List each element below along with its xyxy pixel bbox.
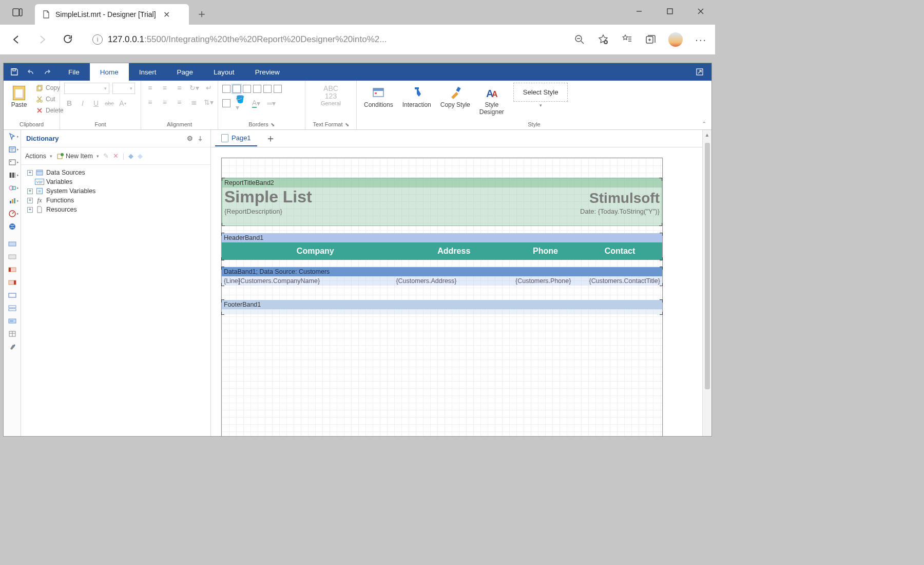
tree-data-sources[interactable]: +Data Sources xyxy=(25,168,206,177)
edit-button[interactable]: ✎ xyxy=(103,152,109,160)
dictionary-pin-icon[interactable] xyxy=(195,134,205,144)
header-band[interactable]: HeaderBand1 Company Address Phone Contac… xyxy=(222,233,662,260)
page-tab-page1[interactable]: Page1 xyxy=(215,131,257,146)
scroll-thumb[interactable] xyxy=(705,143,710,389)
browser-tab-active[interactable]: SimpleList.mrt - Designer [Trial] ✕ xyxy=(35,4,189,25)
underline-button[interactable]: U xyxy=(91,98,101,108)
border-left-button[interactable] xyxy=(243,85,251,93)
fill-color-button[interactable]: 🪣▾ xyxy=(236,98,246,108)
nav-forward-button[interactable] xyxy=(34,31,50,48)
italic-button[interactable]: I xyxy=(78,98,88,108)
ribbon-collapse-icon[interactable]: ⌃ xyxy=(702,121,706,127)
border-style-button[interactable]: ═▾ xyxy=(266,98,277,108)
ribbon-tab-file[interactable]: File xyxy=(58,63,90,81)
tool-shape[interactable]: ▸ xyxy=(6,182,18,194)
tool-text[interactable]: ▸ xyxy=(6,144,18,155)
font-color-button[interactable]: A▾ xyxy=(118,98,128,108)
tool-band-gray[interactable] xyxy=(6,251,18,262)
favorites-list-icon[interactable] xyxy=(621,34,632,45)
more-menu-button[interactable]: ··· xyxy=(695,34,707,46)
border-right-button[interactable] xyxy=(263,85,272,93)
col-phone-header[interactable]: Phone xyxy=(513,247,578,256)
align-bottom-button[interactable]: ≡ xyxy=(175,83,184,93)
rotate-button[interactable]: ↻▾ xyxy=(189,83,199,93)
tool-band-double[interactable] xyxy=(6,303,18,314)
select-style-button[interactable]: Select Style xyxy=(513,83,568,102)
report-description-token[interactable]: {ReportDescription} xyxy=(224,208,282,215)
save-icon[interactable] xyxy=(9,66,20,78)
scroll-up-icon[interactable]: ▲ xyxy=(705,130,710,140)
zoom-out-icon[interactable] xyxy=(574,34,585,45)
column-header-row[interactable]: Company Address Phone Contact xyxy=(222,242,662,260)
cell-phone[interactable]: {Customers.Phone} xyxy=(513,277,578,285)
cell-company[interactable]: {Customers.CompanyName} xyxy=(236,277,394,285)
text-format-button[interactable]: ABC123 General xyxy=(310,83,352,108)
vertical-scrollbar[interactable]: ▲ xyxy=(702,130,711,436)
tree-variables[interactable]: varVariables xyxy=(25,177,206,186)
tool-chart[interactable]: ▸ xyxy=(6,195,18,206)
bold-button[interactable]: B xyxy=(64,98,74,108)
tree-system-variables[interactable]: +≡System Variables xyxy=(25,186,206,196)
border-all-button[interactable] xyxy=(222,85,230,93)
lineheight-button[interactable]: ⇅▾ xyxy=(204,97,214,107)
tab-overview-button[interactable] xyxy=(10,5,25,20)
tool-properties[interactable] xyxy=(6,328,18,340)
strikethrough-button[interactable]: abc xyxy=(104,98,114,108)
collections-icon[interactable] xyxy=(645,34,656,45)
wordwrap-button[interactable]: ↵ xyxy=(204,83,214,93)
style-dropdown-caret[interactable]: ▾ xyxy=(540,103,542,108)
textformat-launcher-icon[interactable]: ⬊ xyxy=(345,122,349,127)
border-none-button[interactable] xyxy=(233,85,241,93)
tool-cursor[interactable]: ▸ xyxy=(6,131,18,142)
col-company-header[interactable]: Company xyxy=(236,247,395,256)
tool-barcode[interactable]: ▸ xyxy=(6,170,18,181)
window-maximize-button[interactable] xyxy=(660,3,680,20)
border-bottom-button[interactable] xyxy=(274,85,282,93)
tool-map[interactable] xyxy=(6,221,18,232)
shadow-button[interactable] xyxy=(222,99,230,107)
align-top-button[interactable]: ≡ xyxy=(145,83,155,93)
actions-menu[interactable]: Actions xyxy=(25,153,52,160)
conditions-button[interactable]: Conditions xyxy=(361,83,396,110)
tool-image[interactable]: ▸ xyxy=(6,157,18,168)
ribbon-tab-home[interactable]: Home xyxy=(90,63,129,81)
undo-icon[interactable] xyxy=(25,66,36,78)
cell-contact[interactable]: {Customers.ContactTitle} xyxy=(578,277,662,285)
paste-button[interactable]: Paste xyxy=(8,83,30,116)
move-up-button[interactable]: ◆ xyxy=(128,152,133,160)
report-page[interactable]: al ReportTitleBand2 Simple List Stimulso… xyxy=(221,158,663,436)
nav-back-button[interactable] xyxy=(8,31,25,48)
add-page-button[interactable]: ＋ xyxy=(260,131,281,145)
align-left-button[interactable]: ≡ xyxy=(145,97,155,107)
tool-band-red2[interactable] xyxy=(6,277,18,288)
cell-address[interactable]: {Customers.Address} xyxy=(394,277,513,285)
site-info-icon[interactable]: i xyxy=(92,34,103,45)
data-row[interactable]: {Line} {Customers.CompanyName} {Customer… xyxy=(222,276,662,286)
tool-band-outline[interactable] xyxy=(6,290,18,301)
tree-resources[interactable]: +Resources xyxy=(25,205,206,214)
border-top-button[interactable] xyxy=(253,85,261,93)
style-designer-button[interactable]: AAStyleDesigner xyxy=(476,83,507,118)
new-item-menu[interactable]: New Item xyxy=(56,153,99,160)
ribbon-tab-layout[interactable]: Layout xyxy=(203,63,245,81)
borders-launcher-icon[interactable]: ⬊ xyxy=(271,122,275,127)
window-close-button[interactable] xyxy=(690,3,711,20)
address-input[interactable]: i 127.0.0.1:5500/Integrating%20the%20Rep… xyxy=(85,31,559,48)
favorite-add-icon[interactable] xyxy=(598,34,609,45)
col-address-header[interactable]: Address xyxy=(395,247,513,256)
window-minimize-button[interactable] xyxy=(629,3,649,20)
report-title-band[interactable]: ReportTitleBand2 Simple List Stimulsoft … xyxy=(222,178,662,226)
redo-icon[interactable] xyxy=(42,66,53,78)
border-color-button[interactable]: A▾ xyxy=(251,98,261,108)
interaction-button[interactable]: Interaction xyxy=(399,83,434,110)
tab-close-icon[interactable]: ✕ xyxy=(161,10,172,20)
tool-band-red[interactable] xyxy=(6,264,18,275)
delete-item-button[interactable]: ✕ xyxy=(113,152,119,160)
col-contact-header[interactable]: Contact xyxy=(578,247,662,256)
tree-functions[interactable]: +fxFunctions xyxy=(25,196,206,205)
copy-style-button[interactable]: Copy Style xyxy=(437,83,473,110)
footer-band[interactable]: FooterBand1 xyxy=(222,300,662,314)
align-justify-button[interactable]: ≣ xyxy=(189,97,199,107)
move-down-button[interactable]: ◆ xyxy=(138,152,143,160)
tool-band-labeled[interactable] xyxy=(6,315,18,327)
